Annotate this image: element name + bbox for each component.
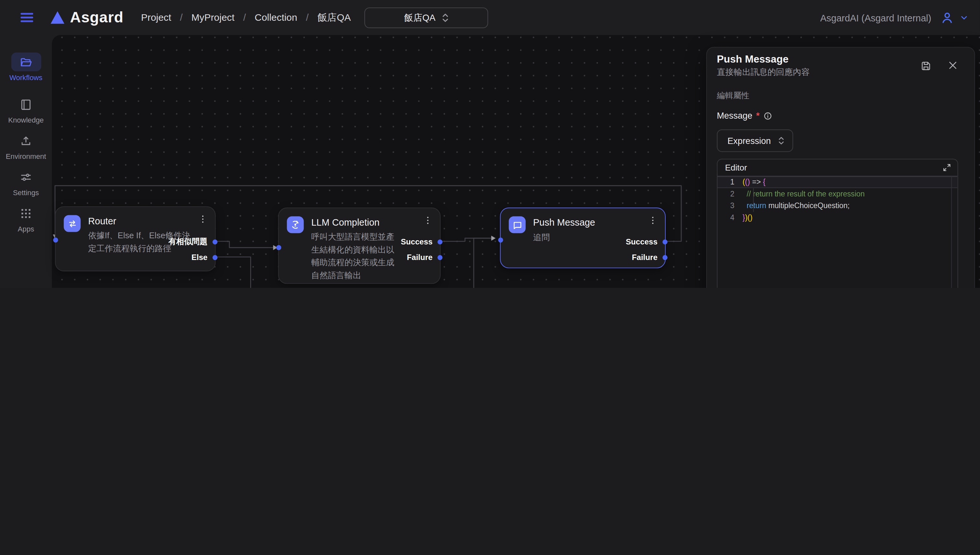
breadcrumb-myproject[interactable]: MyProject <box>192 12 235 23</box>
editor-title: Editor <box>725 163 747 172</box>
breadcrumb-workflow[interactable]: 飯店QA <box>317 11 351 24</box>
properties-panel: Push Message 直接輸出訊息的回應內容 編輯屬性 Message * … <box>706 47 975 288</box>
node-title: LLM Completion <box>311 217 380 228</box>
router-icon <box>64 215 81 232</box>
workflow-selector[interactable]: 飯店QA <box>365 7 488 28</box>
node-description: 呼叫大型語言模型並產生結構化的資料輸出以輔助流程的決策或生成自然語言輸出 <box>311 231 400 282</box>
book-icon <box>11 95 41 114</box>
message-type-select[interactable]: Expression <box>717 129 793 152</box>
node-router[interactable]: Router 依據If、Else If、Else條件決定工作流程執行的路徑 有相… <box>55 206 216 271</box>
required-asterisk: * <box>756 111 760 120</box>
kebab-menu-icon[interactable] <box>198 214 207 224</box>
sidebar: Workflows Knowledge Environment Settings… <box>0 35 52 288</box>
sidebar-item-label: Workflows <box>10 74 42 81</box>
breadcrumb-collection[interactable]: Collection <box>255 12 297 23</box>
output-label: Success <box>626 237 658 246</box>
sliders-icon <box>11 168 41 186</box>
message-type-value: Expression <box>727 135 771 146</box>
node-push-message[interactable]: Push Message 追問 Success Failure <box>500 207 666 268</box>
input-port[interactable] <box>276 245 281 250</box>
message-icon <box>509 216 526 233</box>
app-window: Asgard Project / MyProject / Collection … <box>0 0 980 288</box>
save-icon[interactable] <box>920 60 932 72</box>
chevron-down-icon <box>959 13 969 22</box>
logo-triangle-icon <box>50 11 65 24</box>
user-icon <box>940 10 954 25</box>
sidebar-item-environment[interactable]: Environment <box>0 131 52 160</box>
sidebar-item-label: Knowledge <box>8 116 44 124</box>
sidebar-item-settings[interactable]: Settings <box>0 168 52 196</box>
workflow-selector-value: 飯店QA <box>404 12 435 24</box>
grid-icon <box>11 204 41 223</box>
message-expression-editor: Editor 1(() => {2 // return the result o… <box>717 159 958 288</box>
sidebar-item-label: Environment <box>6 153 46 160</box>
sidebar-item-label: Apps <box>18 225 34 233</box>
sidebar-item-workflows[interactable]: Workflows <box>0 53 52 81</box>
panel-subtitle: 直接輸出訊息的回應內容 <box>717 67 810 78</box>
folder-icon <box>11 53 41 71</box>
breadcrumb-project[interactable]: Project <box>141 12 171 23</box>
section-heading: 編輯屬性 <box>717 90 749 101</box>
output-port[interactable] <box>437 239 442 244</box>
node-title: Push Message <box>533 217 595 228</box>
output-label: Else <box>192 253 208 262</box>
breadcrumb-separator: / <box>306 12 309 23</box>
message-field-label: Message * <box>717 111 773 120</box>
input-port[interactable] <box>53 237 58 242</box>
input-port[interactable] <box>498 237 503 242</box>
expand-icon[interactable] <box>942 163 951 172</box>
panel-title: Push Message <box>717 53 788 65</box>
sidebar-item-label: Settings <box>13 189 39 196</box>
app-logo[interactable]: Asgard <box>50 9 123 26</box>
node-title: Router <box>88 216 116 226</box>
output-label: Failure <box>407 253 432 262</box>
breadcrumb-separator: / <box>243 12 246 23</box>
output-label: 有相似問題 <box>168 237 208 247</box>
account-menu[interactable]: AsgardAI (Asgard Internal) <box>820 0 969 35</box>
kebab-menu-icon[interactable] <box>648 216 658 225</box>
info-icon[interactable] <box>763 111 773 120</box>
kebab-menu-icon[interactable] <box>423 216 432 225</box>
close-icon[interactable] <box>948 60 958 71</box>
output-port[interactable] <box>437 255 442 260</box>
hamburger-menu-icon[interactable] <box>19 10 35 26</box>
output-port[interactable] <box>662 239 667 244</box>
sidebar-item-knowledge[interactable]: Knowledge <box>0 95 52 124</box>
upload-icon <box>11 131 41 150</box>
output-port[interactable] <box>213 239 218 244</box>
breadcrumb: Project / MyProject / Collection / 飯店QA <box>141 11 351 24</box>
chevrons-updown-icon <box>442 13 448 22</box>
code-editor[interactable]: 1(() => {2 // return the result of the e… <box>717 176 958 288</box>
output-port[interactable] <box>662 255 667 260</box>
logo-text: Asgard <box>70 9 123 26</box>
output-label: Success <box>401 237 432 246</box>
chevrons-updown-icon <box>778 136 784 145</box>
account-label: AsgardAI (Asgard Internal) <box>820 12 931 23</box>
breadcrumb-separator: / <box>180 12 183 23</box>
node-llm-completion[interactable]: LLM Completion 呼叫大型語言模型並產生結構化的資料輸出以輔助流程的… <box>278 207 440 284</box>
llm-icon <box>287 216 304 233</box>
topbar: Asgard Project / MyProject / Collection … <box>0 0 980 35</box>
output-port[interactable] <box>213 255 218 260</box>
output-label: Failure <box>632 253 658 262</box>
sidebar-item-apps[interactable]: Apps <box>0 204 52 233</box>
